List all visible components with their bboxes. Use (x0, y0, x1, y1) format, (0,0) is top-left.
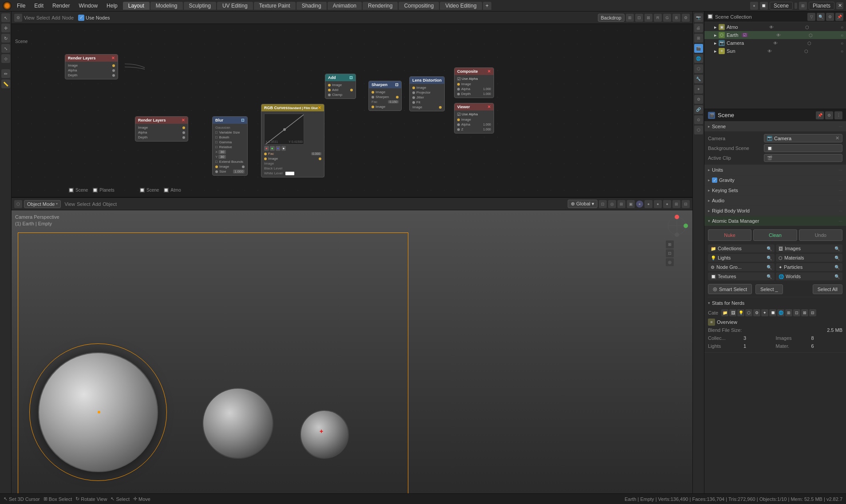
object-btn[interactable]: Object (103, 201, 117, 207)
rotate-tool[interactable]: ↻ Rotate View (75, 496, 107, 502)
tab-sculpting[interactable]: Sculpting (184, 2, 216, 10)
overlay-icon[interactable]: ⊞ (617, 200, 625, 208)
cate-icon-10[interactable]: ⊡ (793, 309, 800, 316)
scene-section-header[interactable]: Scene ··· (704, 122, 846, 131)
render-visibility[interactable]: ○ (841, 25, 843, 30)
earth-render[interactable]: ○ (841, 33, 843, 38)
cam-render[interactable]: ○ (841, 41, 843, 46)
tab-modeling[interactable]: Modeling (150, 2, 183, 10)
rigid-body-header[interactable]: Rigid Body World ··· (704, 206, 846, 216)
box-select-tool[interactable]: ⊞ Box Select (43, 496, 72, 502)
node-composite[interactable]: Composite ✕ ☑Use Alpha Image Alpha1.000 … (454, 67, 494, 98)
sun-render[interactable]: ○ (841, 49, 843, 54)
cate-icon-6[interactable]: ✦ (761, 309, 768, 316)
render-icon-top[interactable]: ● (750, 2, 758, 10)
undo-button[interactable]: Undo (799, 229, 842, 241)
tool-measure[interactable]: 📏 (1, 79, 10, 88)
smart-select-button[interactable]: ◎ Smart Select (708, 284, 752, 294)
move-tool[interactable]: ✛ Move (133, 496, 150, 502)
ne-icon1[interactable]: ⊞ (626, 14, 634, 22)
textures-search[interactable]: 🔍 (767, 274, 772, 279)
prop-viewlayer-icon[interactable]: ⊞ (694, 34, 703, 43)
cam-sel[interactable]: ⬡ (807, 41, 811, 46)
node-groups-search[interactable]: 🔍 (767, 265, 772, 270)
gravity-header[interactable]: ✓ Gravity ··· (704, 175, 846, 185)
cursor-tool[interactable]: ↖ Set 3D Cursor (4, 496, 40, 502)
ne-settings[interactable]: ⚙ (682, 14, 690, 22)
nav-gizmo[interactable] (666, 215, 688, 237)
sun-cam[interactable]: ⬡ (804, 49, 808, 54)
cate-icon-9[interactable]: ⊞ (785, 309, 792, 316)
sun-eye[interactable]: 👁 (767, 49, 772, 54)
sphere-small[interactable] (300, 410, 349, 459)
vp-type-icon[interactable]: ⬡ (14, 200, 22, 208)
prop-modifier-icon[interactable]: 🔧 (694, 75, 703, 83)
scene-selector[interactable]: Scene (770, 2, 793, 10)
lights-item[interactable]: 💡 Lights 🔍 (708, 254, 775, 262)
tab-layout[interactable]: Layout (123, 2, 150, 10)
materials-item[interactable]: ⬡ Materials 🔍 (776, 254, 842, 262)
outliner-settings[interactable]: ⚙ (826, 13, 834, 21)
tool-transform[interactable]: ⊹ (1, 54, 10, 63)
close-scene-btn[interactable]: ✕ (836, 2, 843, 9)
prop-scene-icon[interactable]: 🎬 (694, 44, 703, 53)
shading2[interactable]: ● (644, 200, 652, 208)
nuke-button[interactable]: Nuke (708, 229, 751, 241)
cate-icon-5[interactable]: ⚙ (753, 309, 760, 316)
object-mode-dropdown[interactable]: Object Mode ▾ (24, 200, 61, 208)
ne-r[interactable]: B (672, 14, 680, 22)
use-nodes-checkbox[interactable]: ✓ (78, 15, 84, 21)
earth-eye[interactable]: 👁 (776, 33, 781, 38)
cate-icon-3[interactable]: 💡 (737, 309, 744, 316)
scene-icon-top[interactable]: 🔲 (760, 2, 768, 10)
outliner-pin[interactable]: 📌 (835, 13, 843, 21)
textures-item[interactable]: 🔲 Textures 🔍 (708, 272, 775, 280)
cate-icon-1[interactable]: 📁 (721, 309, 728, 316)
ne-icon2[interactable]: ⊡ (635, 14, 643, 22)
keying-sets-header[interactable]: Keying Sets ··· (704, 185, 846, 195)
earth-cam[interactable]: ⬡ (809, 33, 813, 38)
tool-cursor[interactable]: ↖ (1, 13, 10, 22)
menu-render[interactable]: Render (49, 2, 73, 10)
snap-icon[interactable]: ⊡ (599, 200, 607, 208)
lights-search[interactable]: 🔍 (767, 256, 772, 260)
cate-icon-2[interactable]: 🖼 (729, 309, 736, 316)
prop-header-pin[interactable]: 📌 (816, 111, 824, 119)
tab-shading[interactable]: Shading (296, 2, 327, 10)
active-clip-value[interactable]: 🎬 (764, 154, 842, 162)
use-nodes-toggle[interactable]: ✓ Use Nodes (78, 15, 110, 21)
outliner-item-earth[interactable]: ▸ ⬡ Earth ☑ 👁 ⬡ ○ (704, 31, 846, 39)
xray-icon[interactable]: ▣ (627, 200, 635, 208)
units-header[interactable]: Units ··· (704, 165, 846, 175)
vp-tool2[interactable]: ⊡ (666, 249, 674, 257)
shading1[interactable]: ● (636, 201, 643, 208)
sphere-medium-wrapper[interactable] (202, 388, 273, 459)
node-rgb-curves[interactable]: RGB Curves Standard | Film Glue ✕ (261, 104, 324, 177)
cate-icon-7[interactable]: 🔲 (769, 309, 776, 316)
cam-select[interactable]: ⬡ (805, 25, 809, 30)
sphere-earth[interactable] (38, 352, 158, 472)
collections-search[interactable]: 🔍 (767, 246, 772, 251)
view-layer-selector[interactable]: Planets (809, 2, 834, 10)
select-btn[interactable]: Select (77, 201, 91, 207)
node-sharpen[interactable]: Sharpen ⊡ Image Sharpen Fac0.150 Image (368, 81, 402, 111)
menu-edit[interactable]: Edit (31, 2, 47, 10)
ne-add-btn[interactable]: Add (51, 15, 60, 20)
tool-rotate[interactable]: ↻ (1, 34, 10, 43)
adm-header[interactable]: Atomic Data Manager ··· (704, 216, 846, 226)
cate-icon-12[interactable]: ⊟ (809, 309, 816, 316)
cam-clear-btn[interactable]: ✕ (835, 135, 839, 141)
tab-video-editing[interactable]: Video Editing (440, 2, 482, 10)
gizmos-icon[interactable]: ⊞ (672, 200, 680, 208)
sphere-medium[interactable] (202, 388, 273, 459)
prop-header-settings[interactable]: ⚙ (825, 111, 833, 119)
select-all-button[interactable]: Select All (813, 284, 842, 294)
vp-tool1[interactable]: ⊞ (666, 240, 674, 248)
tool-annotate[interactable]: ✏ (1, 69, 10, 78)
cate-icon-4[interactable]: ⬡ (745, 309, 752, 316)
ne-b[interactable]: G (663, 14, 671, 22)
bg-scene-value[interactable]: 🔲 (764, 144, 842, 152)
shading4[interactable]: ● (663, 200, 671, 208)
tab-uv-editing[interactable]: UV Editing (217, 2, 253, 10)
prop-particles-icon[interactable]: ✦ (694, 85, 703, 94)
